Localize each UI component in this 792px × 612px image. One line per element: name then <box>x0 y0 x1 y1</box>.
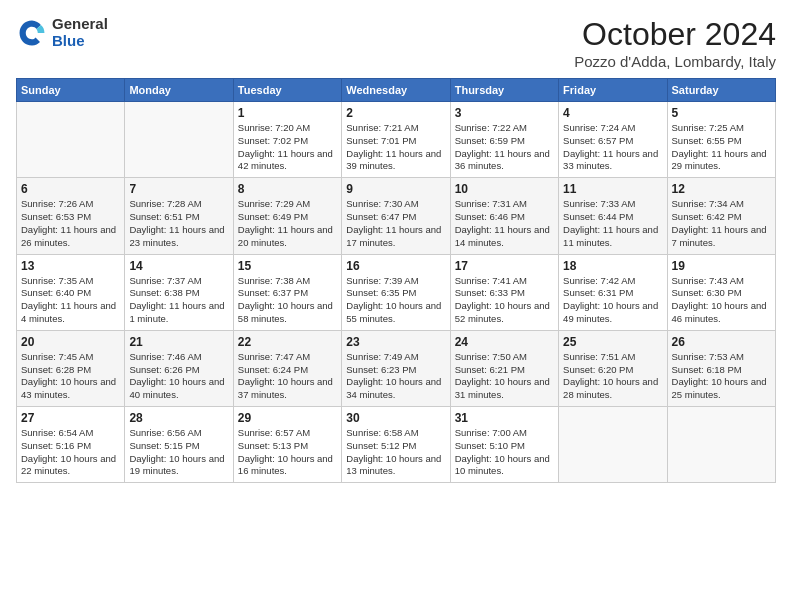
day-info: Sunrise: 7:22 AM Sunset: 6:59 PM Dayligh… <box>455 122 554 173</box>
day-number: 24 <box>455 335 554 349</box>
calendar-body: 1Sunrise: 7:20 AM Sunset: 7:02 PM Daylig… <box>17 102 776 483</box>
day-number: 16 <box>346 259 445 273</box>
day-number: 6 <box>21 182 120 196</box>
calendar-day-cell <box>559 407 667 483</box>
calendar-week-row: 27Sunrise: 6:54 AM Sunset: 5:16 PM Dayli… <box>17 407 776 483</box>
day-number: 14 <box>129 259 228 273</box>
calendar-day-cell: 26Sunrise: 7:53 AM Sunset: 6:18 PM Dayli… <box>667 330 775 406</box>
calendar-day-cell: 12Sunrise: 7:34 AM Sunset: 6:42 PM Dayli… <box>667 178 775 254</box>
calendar-day-cell: 16Sunrise: 7:39 AM Sunset: 6:35 PM Dayli… <box>342 254 450 330</box>
day-number: 30 <box>346 411 445 425</box>
day-info: Sunrise: 7:33 AM Sunset: 6:44 PM Dayligh… <box>563 198 662 249</box>
day-info: Sunrise: 7:47 AM Sunset: 6:24 PM Dayligh… <box>238 351 337 402</box>
calendar-day-cell: 27Sunrise: 6:54 AM Sunset: 5:16 PM Dayli… <box>17 407 125 483</box>
day-info: Sunrise: 7:41 AM Sunset: 6:33 PM Dayligh… <box>455 275 554 326</box>
day-number: 17 <box>455 259 554 273</box>
calendar-day-cell: 1Sunrise: 7:20 AM Sunset: 7:02 PM Daylig… <box>233 102 341 178</box>
day-info: Sunrise: 7:30 AM Sunset: 6:47 PM Dayligh… <box>346 198 445 249</box>
calendar-day-cell: 18Sunrise: 7:42 AM Sunset: 6:31 PM Dayli… <box>559 254 667 330</box>
weekday-header-cell: Wednesday <box>342 79 450 102</box>
day-number: 11 <box>563 182 662 196</box>
day-info: Sunrise: 7:45 AM Sunset: 6:28 PM Dayligh… <box>21 351 120 402</box>
calendar-day-cell: 8Sunrise: 7:29 AM Sunset: 6:49 PM Daylig… <box>233 178 341 254</box>
calendar-week-row: 20Sunrise: 7:45 AM Sunset: 6:28 PM Dayli… <box>17 330 776 406</box>
day-info: Sunrise: 7:37 AM Sunset: 6:38 PM Dayligh… <box>129 275 228 326</box>
calendar-day-cell: 11Sunrise: 7:33 AM Sunset: 6:44 PM Dayli… <box>559 178 667 254</box>
day-number: 3 <box>455 106 554 120</box>
day-number: 5 <box>672 106 771 120</box>
day-info: Sunrise: 7:24 AM Sunset: 6:57 PM Dayligh… <box>563 122 662 173</box>
day-info: Sunrise: 6:54 AM Sunset: 5:16 PM Dayligh… <box>21 427 120 478</box>
day-info: Sunrise: 7:35 AM Sunset: 6:40 PM Dayligh… <box>21 275 120 326</box>
day-info: Sunrise: 7:50 AM Sunset: 6:21 PM Dayligh… <box>455 351 554 402</box>
day-number: 29 <box>238 411 337 425</box>
day-number: 12 <box>672 182 771 196</box>
calendar-day-cell: 7Sunrise: 7:28 AM Sunset: 6:51 PM Daylig… <box>125 178 233 254</box>
calendar-day-cell: 2Sunrise: 7:21 AM Sunset: 7:01 PM Daylig… <box>342 102 450 178</box>
calendar-day-cell: 14Sunrise: 7:37 AM Sunset: 6:38 PM Dayli… <box>125 254 233 330</box>
day-info: Sunrise: 7:38 AM Sunset: 6:37 PM Dayligh… <box>238 275 337 326</box>
logo-general-text: General <box>52 16 108 33</box>
calendar-day-cell: 22Sunrise: 7:47 AM Sunset: 6:24 PM Dayli… <box>233 330 341 406</box>
calendar-day-cell: 20Sunrise: 7:45 AM Sunset: 6:28 PM Dayli… <box>17 330 125 406</box>
weekday-header-row: SundayMondayTuesdayWednesdayThursdayFrid… <box>17 79 776 102</box>
logo-text: General Blue <box>52 16 108 49</box>
month-title: October 2024 <box>574 16 776 53</box>
calendar-day-cell: 30Sunrise: 6:58 AM Sunset: 5:12 PM Dayli… <box>342 407 450 483</box>
day-info: Sunrise: 7:34 AM Sunset: 6:42 PM Dayligh… <box>672 198 771 249</box>
calendar-day-cell: 9Sunrise: 7:30 AM Sunset: 6:47 PM Daylig… <box>342 178 450 254</box>
day-number: 9 <box>346 182 445 196</box>
day-info: Sunrise: 7:49 AM Sunset: 6:23 PM Dayligh… <box>346 351 445 402</box>
day-number: 31 <box>455 411 554 425</box>
day-info: Sunrise: 7:53 AM Sunset: 6:18 PM Dayligh… <box>672 351 771 402</box>
day-number: 2 <box>346 106 445 120</box>
day-number: 18 <box>563 259 662 273</box>
calendar-week-row: 1Sunrise: 7:20 AM Sunset: 7:02 PM Daylig… <box>17 102 776 178</box>
calendar-day-cell: 15Sunrise: 7:38 AM Sunset: 6:37 PM Dayli… <box>233 254 341 330</box>
calendar-week-row: 6Sunrise: 7:26 AM Sunset: 6:53 PM Daylig… <box>17 178 776 254</box>
calendar-day-cell: 23Sunrise: 7:49 AM Sunset: 6:23 PM Dayli… <box>342 330 450 406</box>
calendar-day-cell: 6Sunrise: 7:26 AM Sunset: 6:53 PM Daylig… <box>17 178 125 254</box>
day-info: Sunrise: 7:43 AM Sunset: 6:30 PM Dayligh… <box>672 275 771 326</box>
day-info: Sunrise: 7:25 AM Sunset: 6:55 PM Dayligh… <box>672 122 771 173</box>
calendar-table: SundayMondayTuesdayWednesdayThursdayFrid… <box>16 78 776 483</box>
day-number: 7 <box>129 182 228 196</box>
calendar-day-cell: 31Sunrise: 7:00 AM Sunset: 5:10 PM Dayli… <box>450 407 558 483</box>
calendar-day-cell: 4Sunrise: 7:24 AM Sunset: 6:57 PM Daylig… <box>559 102 667 178</box>
calendar-day-cell: 3Sunrise: 7:22 AM Sunset: 6:59 PM Daylig… <box>450 102 558 178</box>
day-info: Sunrise: 7:46 AM Sunset: 6:26 PM Dayligh… <box>129 351 228 402</box>
day-number: 23 <box>346 335 445 349</box>
calendar-day-cell: 29Sunrise: 6:57 AM Sunset: 5:13 PM Dayli… <box>233 407 341 483</box>
calendar-day-cell: 28Sunrise: 6:56 AM Sunset: 5:15 PM Dayli… <box>125 407 233 483</box>
day-info: Sunrise: 7:28 AM Sunset: 6:51 PM Dayligh… <box>129 198 228 249</box>
calendar-day-cell: 5Sunrise: 7:25 AM Sunset: 6:55 PM Daylig… <box>667 102 775 178</box>
weekday-header-cell: Thursday <box>450 79 558 102</box>
weekday-header-cell: Saturday <box>667 79 775 102</box>
day-info: Sunrise: 7:00 AM Sunset: 5:10 PM Dayligh… <box>455 427 554 478</box>
logo-blue-text: Blue <box>52 33 108 50</box>
day-number: 19 <box>672 259 771 273</box>
day-number: 10 <box>455 182 554 196</box>
calendar-day-cell: 24Sunrise: 7:50 AM Sunset: 6:21 PM Dayli… <box>450 330 558 406</box>
day-info: Sunrise: 7:20 AM Sunset: 7:02 PM Dayligh… <box>238 122 337 173</box>
calendar-day-cell <box>125 102 233 178</box>
day-number: 4 <box>563 106 662 120</box>
logo-icon <box>16 17 48 49</box>
logo: General Blue <box>16 16 108 49</box>
weekday-header-cell: Tuesday <box>233 79 341 102</box>
day-info: Sunrise: 7:26 AM Sunset: 6:53 PM Dayligh… <box>21 198 120 249</box>
location-title: Pozzo d'Adda, Lombardy, Italy <box>574 53 776 70</box>
day-number: 28 <box>129 411 228 425</box>
day-number: 21 <box>129 335 228 349</box>
calendar-day-cell: 25Sunrise: 7:51 AM Sunset: 6:20 PM Dayli… <box>559 330 667 406</box>
calendar-day-cell: 17Sunrise: 7:41 AM Sunset: 6:33 PM Dayli… <box>450 254 558 330</box>
day-info: Sunrise: 6:58 AM Sunset: 5:12 PM Dayligh… <box>346 427 445 478</box>
calendar-day-cell: 21Sunrise: 7:46 AM Sunset: 6:26 PM Dayli… <box>125 330 233 406</box>
day-info: Sunrise: 7:39 AM Sunset: 6:35 PM Dayligh… <box>346 275 445 326</box>
day-info: Sunrise: 7:31 AM Sunset: 6:46 PM Dayligh… <box>455 198 554 249</box>
day-number: 22 <box>238 335 337 349</box>
day-info: Sunrise: 7:21 AM Sunset: 7:01 PM Dayligh… <box>346 122 445 173</box>
calendar-week-row: 13Sunrise: 7:35 AM Sunset: 6:40 PM Dayli… <box>17 254 776 330</box>
day-info: Sunrise: 6:56 AM Sunset: 5:15 PM Dayligh… <box>129 427 228 478</box>
weekday-header-cell: Friday <box>559 79 667 102</box>
